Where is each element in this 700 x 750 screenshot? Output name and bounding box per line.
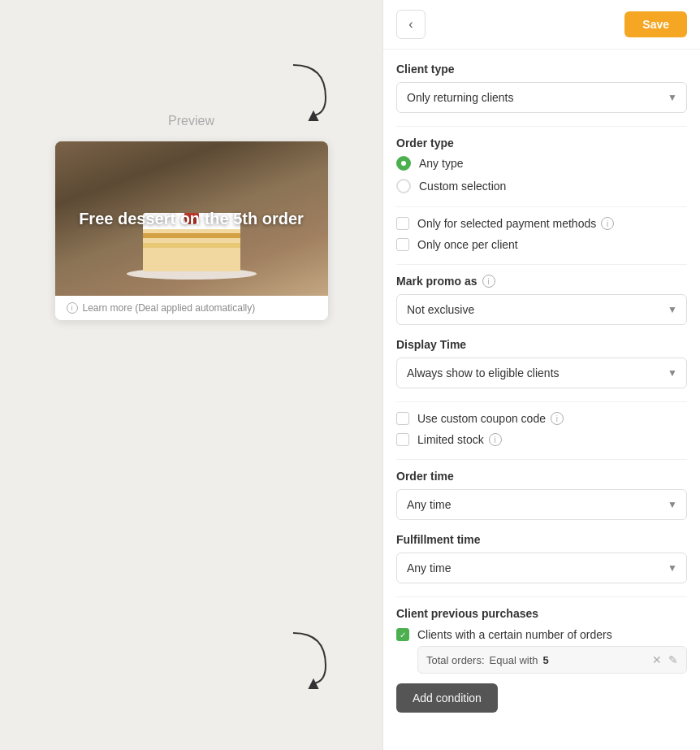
client-type-label: Client type xyxy=(396,63,687,76)
preview-label: Preview xyxy=(168,114,214,128)
mark-promo-section: Mark promo as i Not exclusive ▼ xyxy=(396,275,687,325)
fulfillment-time-label: Fulfillment time xyxy=(396,533,687,546)
preview-footer: i Learn more (Deal applied automatically… xyxy=(55,296,328,320)
mark-promo-label-row: Mark promo as i xyxy=(396,275,687,288)
client-prev-item: ✓ Clients with a certain number of order… xyxy=(396,628,687,674)
fulfillment-time-select[interactable]: Any time xyxy=(396,553,687,583)
coupon-options-group: Use custom coupon code i Limited stock i xyxy=(396,412,687,446)
remove-condition-button[interactable]: ✕ xyxy=(652,653,662,666)
coupon-info-icon[interactable]: i xyxy=(551,412,564,425)
limited-stock-info-icon[interactable]: i xyxy=(489,433,502,446)
preview-text-overlay: Free dessert on the 5th order xyxy=(55,141,328,296)
preview-title: Free dessert on the 5th order xyxy=(63,208,320,229)
order-type-section: Order type Any type Custom selection xyxy=(396,137,687,193)
preview-panel: Preview Free dessert on the 5th order i … xyxy=(0,0,382,750)
payment-methods-checkbox[interactable] xyxy=(396,217,409,230)
preview-image: Free dessert on the 5th order xyxy=(55,141,328,296)
arrow-bottom-decoration xyxy=(285,625,334,693)
save-button[interactable]: Save xyxy=(624,11,687,37)
order-type-any-radio[interactable] xyxy=(396,156,411,171)
fulfillment-time-select-wrapper: Any time ▼ xyxy=(396,553,687,583)
display-time-section: Display Time Always show to eligible cli… xyxy=(396,338,687,388)
mark-promo-label: Mark promo as xyxy=(396,275,477,288)
payment-methods-label: Only for selected payment methods i xyxy=(417,217,614,230)
client-type-section: Client type Only returning clients ▼ xyxy=(396,63,687,113)
preview-info-icon: i xyxy=(67,302,78,314)
display-time-select-wrapper: Always show to eligible clients ▼ xyxy=(396,358,687,388)
client-type-select[interactable]: Only returning clients xyxy=(396,82,687,113)
svg-marker-1 xyxy=(309,680,318,688)
order-time-select[interactable]: Any time xyxy=(396,489,687,520)
order-type-custom-item[interactable]: Custom selection xyxy=(396,179,687,193)
total-orders-actions: ✕ ✎ xyxy=(652,653,678,666)
client-type-select-wrapper: Only returning clients ▼ xyxy=(396,82,687,113)
limited-stock-label: Limited stock i xyxy=(417,433,502,446)
order-type-any-label: Any type xyxy=(419,157,463,170)
arrow-top-decoration xyxy=(285,57,334,125)
payment-methods-item[interactable]: Only for selected payment methods i xyxy=(396,217,687,230)
client-prev-title: Client previous purchases xyxy=(396,607,687,620)
divider-4 xyxy=(396,401,687,402)
coupon-code-label: Use custom coupon code i xyxy=(417,412,564,425)
order-time-select-wrapper: Any time ▼ xyxy=(396,489,687,520)
settings-content: Client type Only returning clients ▼ Ord… xyxy=(383,50,700,735)
mark-promo-select[interactable]: Not exclusive xyxy=(396,294,687,325)
client-prev-content: Clients with a certain number of orders … xyxy=(417,628,687,674)
once-per-client-item[interactable]: Only once per client xyxy=(396,238,687,251)
total-orders-label: Total orders: xyxy=(426,654,485,666)
mark-promo-select-wrapper: Not exclusive ▼ xyxy=(396,294,687,325)
divider-2 xyxy=(396,206,687,207)
settings-header: ‹ Save xyxy=(383,0,700,50)
total-orders-value: 5 xyxy=(543,654,549,666)
display-time-label: Display Time xyxy=(396,338,687,351)
back-button[interactable]: ‹ xyxy=(396,10,426,39)
divider-1 xyxy=(396,126,687,127)
client-prev-item-label: Clients with a certain number of orders xyxy=(417,628,687,641)
order-time-label: Order time xyxy=(396,470,687,483)
preview-footer-text: Learn more (Deal applied automatically) xyxy=(83,302,256,314)
edit-condition-button[interactable]: ✎ xyxy=(668,653,678,666)
client-prev-checkbox[interactable]: ✓ xyxy=(396,628,409,641)
mark-promo-info-icon[interactable]: i xyxy=(482,275,495,288)
svg-marker-0 xyxy=(309,112,318,120)
fulfillment-time-section: Fulfillment time Any time ▼ xyxy=(396,533,687,583)
settings-panel: ‹ Save Client type Only returning client… xyxy=(382,0,700,750)
display-time-select[interactable]: Always show to eligible clients xyxy=(396,358,687,388)
order-type-custom-radio[interactable] xyxy=(396,179,411,193)
limited-stock-item[interactable]: Limited stock i xyxy=(396,433,687,446)
limited-stock-checkbox[interactable] xyxy=(396,433,409,446)
order-type-custom-label: Custom selection xyxy=(419,180,506,193)
once-per-client-label: Only once per client xyxy=(417,238,518,251)
add-condition-button[interactable]: Add condition xyxy=(396,683,498,713)
total-orders-condition: Equal with xyxy=(490,654,538,666)
order-type-label: Order type xyxy=(396,137,687,150)
order-type-any-item[interactable]: Any type xyxy=(396,156,687,171)
preview-card: Free dessert on the 5th order i Learn mo… xyxy=(55,141,328,320)
total-orders-row: Total orders: Equal with 5 ✕ ✎ xyxy=(417,646,687,674)
divider-3 xyxy=(396,264,687,265)
coupon-code-item[interactable]: Use custom coupon code i xyxy=(396,412,687,425)
divider-5 xyxy=(396,459,687,460)
order-type-radio-group: Any type Custom selection xyxy=(396,156,687,193)
payment-info-icon[interactable]: i xyxy=(601,217,614,230)
coupon-code-checkbox[interactable] xyxy=(396,412,409,425)
once-per-client-checkbox[interactable] xyxy=(396,238,409,251)
divider-6 xyxy=(396,596,687,597)
client-prev-section: Client previous purchases ✓ Clients with… xyxy=(396,607,687,713)
add-condition-label: Add condition xyxy=(413,691,482,704)
extra-options-group: Only for selected payment methods i Only… xyxy=(396,217,687,251)
order-time-section: Order time Any time ▼ xyxy=(396,470,687,520)
